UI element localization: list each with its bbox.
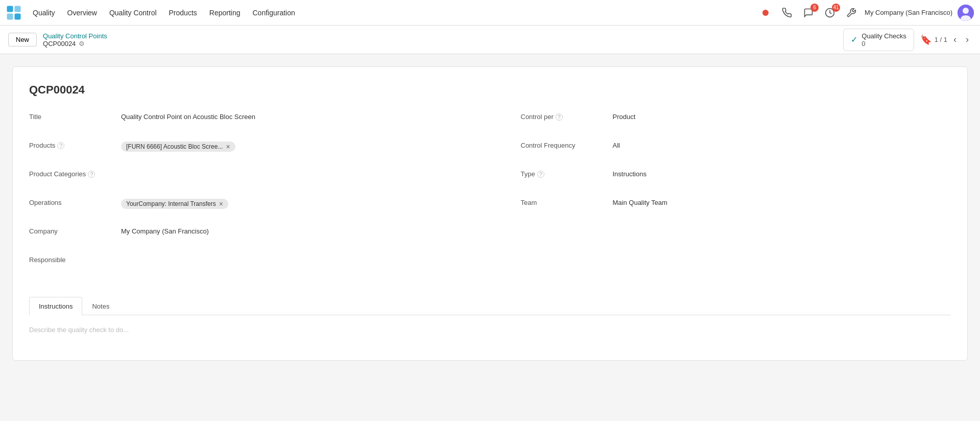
form-right: Control per ? Product Control Frequency … xyxy=(490,111,951,283)
prev-record-button[interactable]: ‹ xyxy=(950,32,960,47)
title-row: Title Quality Control Point on Acoustic … xyxy=(29,111,459,129)
control-per-row: Control per ? Product xyxy=(521,111,951,129)
operations-row: Operations YourCompany: Internal Transfe… xyxy=(29,197,459,215)
red-dot-button[interactable] xyxy=(757,5,774,21)
title-value[interactable]: Quality Control Point on Acoustic Bloc S… xyxy=(121,111,459,121)
title-label: Title xyxy=(29,111,121,121)
product-categories-label: Product Categories ? xyxy=(29,168,121,178)
form-card: QCP00024 Title Quality Control Point on … xyxy=(12,66,968,361)
control-frequency-label: Control Frequency xyxy=(521,139,613,149)
team-label: Team xyxy=(521,197,613,206)
team-value[interactable]: Main Quality Team xyxy=(613,197,951,206)
products-row: Products ? [FURN 6666] Acoustic Bloc Scr… xyxy=(29,139,459,158)
product-categories-row: Product Categories ? xyxy=(29,168,459,186)
products-label: Products ? xyxy=(29,139,121,149)
svg-point-6 xyxy=(963,8,969,14)
settings-button[interactable] xyxy=(843,5,859,21)
next-record-button[interactable]: › xyxy=(963,32,972,47)
tab-instructions[interactable]: Instructions xyxy=(29,297,82,315)
product-categories-value[interactable] xyxy=(121,168,459,170)
nav-quality-control[interactable]: Quality Control xyxy=(104,6,162,20)
checkmark-icon: ✓ xyxy=(851,35,857,44)
quality-checks-label: Quality Checks xyxy=(862,32,906,40)
activity-badge: 41 xyxy=(832,4,840,12)
nav-overview[interactable]: Overview xyxy=(62,6,102,20)
record-settings-icon[interactable]: ⚙ xyxy=(79,40,85,48)
products-help-icon[interactable]: ? xyxy=(57,142,64,149)
topbar-right: 6 41 My Company (San Francisco) xyxy=(757,5,974,21)
nav-reporting[interactable]: Reporting xyxy=(204,6,246,20)
svg-rect-3 xyxy=(15,13,21,19)
tab-notes[interactable]: Notes xyxy=(82,297,119,315)
responsible-value[interactable] xyxy=(121,254,459,256)
breadcrumb: Quality Control Points QCP00024 ⚙ xyxy=(43,32,107,48)
svg-rect-2 xyxy=(7,13,13,19)
breadcrumb-parent[interactable]: Quality Control Points xyxy=(43,32,107,40)
control-per-help-icon[interactable]: ? xyxy=(556,113,563,121)
nav-quality[interactable]: Quality xyxy=(28,6,60,20)
type-help-icon[interactable]: ? xyxy=(537,171,544,178)
type-row: Type ? Instructions xyxy=(521,168,951,186)
form-grid: Title Quality Control Point on Acoustic … xyxy=(29,111,951,283)
operations-label: Operations xyxy=(29,197,121,206)
operations-tag-close[interactable]: × xyxy=(219,200,223,207)
nav-arrows: 🔖 1 / 1 ‹ › xyxy=(920,32,972,47)
control-frequency-row: Control Frequency All xyxy=(521,139,951,158)
team-row: Team Main Quality Team xyxy=(521,197,951,215)
red-dot-icon xyxy=(762,10,769,16)
product-categories-help-icon[interactable]: ? xyxy=(88,171,95,178)
svg-rect-0 xyxy=(7,6,13,12)
new-button[interactable]: New xyxy=(8,33,37,46)
products-value: [FURN 6666] Acoustic Bloc Scree... × xyxy=(121,139,459,152)
topbar: Quality Overview Quality Control Product… xyxy=(0,0,980,26)
nav-products[interactable]: Products xyxy=(164,6,202,20)
products-tag: [FURN 6666] Acoustic Bloc Scree... × xyxy=(121,142,235,152)
products-tag-close[interactable]: × xyxy=(226,143,230,150)
control-per-value[interactable]: Product xyxy=(613,111,951,121)
quality-checks-button[interactable]: ✓ Quality Checks 0 xyxy=(843,29,914,51)
nav-configuration[interactable]: Configuration xyxy=(247,6,300,20)
operations-value: YourCompany: Internal Transfers × xyxy=(121,197,459,209)
messages-badge: 6 xyxy=(810,4,819,12)
phone-button[interactable] xyxy=(779,5,795,21)
type-value[interactable]: Instructions xyxy=(613,168,951,178)
wrench-icon xyxy=(846,8,856,18)
company-name: My Company (San Francisco) xyxy=(865,9,952,16)
company-value[interactable]: My Company (San Francisco) xyxy=(121,225,459,235)
type-label: Type ? xyxy=(521,168,613,178)
form-left: Title Quality Control Point on Acoustic … xyxy=(29,111,490,283)
user-avatar[interactable] xyxy=(958,5,974,21)
tabs-row: Instructions Notes xyxy=(29,297,951,315)
operations-tag-label: YourCompany: Internal Transfers xyxy=(126,200,216,207)
phone-icon xyxy=(782,8,792,18)
avatar-image xyxy=(958,5,974,21)
control-frequency-value[interactable]: All xyxy=(613,139,951,149)
instructions-placeholder: Describe the quality check to do... xyxy=(29,326,129,334)
activity-button[interactable]: 41 xyxy=(822,5,838,21)
app-logo[interactable] xyxy=(6,5,21,20)
tab-content-instructions[interactable]: Describe the quality check to do... xyxy=(29,315,951,344)
products-tag-label: [FURN 6666] Acoustic Bloc Scree... xyxy=(126,143,223,150)
responsible-label: Responsible xyxy=(29,254,121,264)
bookmark-icon[interactable]: 🔖 xyxy=(920,34,931,45)
company-label: Company xyxy=(29,225,121,235)
company-row: Company My Company (San Francisco) xyxy=(29,225,459,244)
actionbar: New Quality Control Points QCP00024 ⚙ ✓ … xyxy=(0,26,980,54)
control-per-label: Control per ? xyxy=(521,111,613,121)
svg-rect-1 xyxy=(15,6,21,12)
main-content: QCP00024 Title Quality Control Point on … xyxy=(0,54,980,373)
form-title: QCP00024 xyxy=(29,83,951,97)
quality-checks-count: 0 xyxy=(862,40,865,48)
messages-button[interactable]: 6 xyxy=(800,5,817,21)
record-position: 1 / 1 xyxy=(935,36,947,43)
responsible-row: Responsible xyxy=(29,254,459,272)
breadcrumb-current: QCP00024 xyxy=(43,40,76,48)
operations-tag: YourCompany: Internal Transfers × xyxy=(121,199,228,209)
